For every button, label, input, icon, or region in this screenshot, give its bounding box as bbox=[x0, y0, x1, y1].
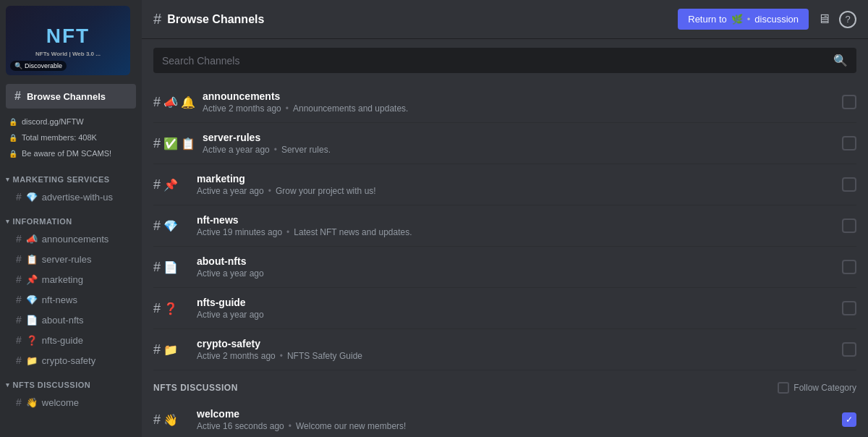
hash-icon: # bbox=[16, 233, 22, 245]
search-bar-wrapper: 🔍 bbox=[142, 39, 868, 82]
channel-badge: 📁 bbox=[163, 343, 178, 357]
channel-badge2: 🔔 bbox=[181, 96, 195, 109]
lock-icon-3: 🔒 bbox=[9, 150, 17, 158]
help-icon-button[interactable]: ? bbox=[839, 11, 856, 28]
sidebar-item-server-rules[interactable]: # 📋 server-rules bbox=[4, 250, 137, 268]
channel-checkbox[interactable] bbox=[842, 260, 856, 274]
nfts-discussion-section-header: NFTS DISCUSSION Follow Category bbox=[153, 370, 856, 399]
hash-icon: # bbox=[153, 412, 161, 428]
sidebar: NFT NFTs World | Web 3.0 ... 🔍 Discovera… bbox=[0, 0, 142, 437]
channel-name: welcome bbox=[197, 408, 835, 420]
hash-icon: # bbox=[16, 273, 22, 285]
category-information[interactable]: ▾ INFORMATION bbox=[0, 207, 142, 229]
channel-card-server-rules: # ✅ 📋 server-rules Active a year ago • S… bbox=[153, 123, 856, 164]
lock-icon: 🔒 bbox=[9, 118, 17, 126]
channel-badge: 💎 bbox=[163, 219, 178, 233]
channel-card-nft-news: # 💎 nft-news Active 19 minutes ago • Lat… bbox=[153, 205, 856, 247]
dot-separator: • bbox=[747, 14, 751, 25]
channel-name: crypto-safety bbox=[197, 338, 835, 349]
channel-icons: # 📄 bbox=[153, 260, 190, 275]
follow-category-btn[interactable]: Follow Category bbox=[778, 382, 856, 394]
chevron-down-icon-3: ▾ bbox=[6, 381, 10, 389]
channel-info: nfts-guide Active a year ago bbox=[197, 297, 835, 320]
channel-badge: 👋 bbox=[163, 413, 178, 427]
chevron-down-icon-2: ▾ bbox=[6, 218, 10, 225]
hash-icon: # bbox=[16, 396, 22, 408]
channel-name: nft-news bbox=[197, 214, 835, 226]
channel-name: marketing bbox=[197, 173, 835, 184]
channel-icons: # ❓ bbox=[153, 301, 190, 316]
channel-card-about-nfts: # 📄 about-nfts Active a year ago bbox=[153, 247, 856, 288]
channel-card-welcome: # 👋 welcome Active 16 seconds ago • Welc… bbox=[153, 399, 856, 437]
channel-icons: # 📌 bbox=[153, 177, 190, 192]
hash-icon: # bbox=[14, 90, 21, 103]
channel-checkbox[interactable] bbox=[842, 218, 856, 233]
server-banner[interactable]: NFT NFTs World | Web 3.0 ... 🔍 Discovera… bbox=[6, 6, 130, 75]
channel-name: about-nfts bbox=[197, 255, 835, 267]
channel-meta: Active a year ago bbox=[197, 310, 835, 320]
follow-category-checkbox[interactable] bbox=[778, 382, 789, 394]
page-title: Browse Channels bbox=[167, 13, 264, 26]
sidebar-item-marketing[interactable]: # 📌 marketing bbox=[4, 270, 137, 289]
hash-icon: # bbox=[153, 301, 161, 316]
channel-checkbox[interactable] bbox=[842, 177, 856, 192]
channel-checkbox-checked[interactable] bbox=[842, 412, 856, 427]
hash-icon: # bbox=[153, 136, 161, 151]
main-content: # Browse Channels Return to 🌿 • discussi… bbox=[142, 0, 868, 437]
sidebar-item-advertise[interactable]: # 💎 advertise-with-us bbox=[4, 187, 137, 206]
sidebar-info-scams: 🔒 Be aware of DM SCAMS! bbox=[0, 146, 142, 161]
sidebar-item-about-nfts[interactable]: # 📄 about-nfts bbox=[4, 310, 137, 329]
hash-icon: # bbox=[16, 334, 22, 346]
channel-badge: ✅ bbox=[163, 137, 178, 150]
channels-list: # 📣 🔔 announcements Active 2 months ago … bbox=[142, 82, 868, 437]
hash-icon: # bbox=[153, 177, 161, 192]
sidebar-item-welcome[interactable]: # 👋 welcome bbox=[4, 393, 137, 412]
channel-meta: Active a year ago • Grow your project wi… bbox=[197, 186, 835, 196]
channel-checkbox[interactable] bbox=[842, 301, 856, 315]
sidebar-item-nft-news[interactable]: # 💎 nft-news bbox=[4, 290, 137, 309]
channel-card-announcements: # 📣 🔔 announcements Active 2 months ago … bbox=[153, 82, 856, 123]
channel-icons: # 💎 bbox=[153, 218, 190, 234]
channel-info: server-rules Active a year ago • Server … bbox=[203, 132, 835, 155]
sidebar-item-nfts-guide[interactable]: # ❓ nfts-guide bbox=[4, 331, 137, 349]
channel-badge: 📌 bbox=[163, 178, 178, 192]
header-right: Return to 🌿 • discussion 🖥 ? bbox=[678, 9, 856, 30]
channel-icons: # 📣 🔔 bbox=[153, 95, 195, 110]
channel-info: welcome Active 16 seconds ago • Welcome … bbox=[197, 408, 835, 431]
channel-meta: Active a year ago • Server rules. bbox=[203, 145, 835, 155]
channel-icons: # 📁 bbox=[153, 342, 190, 357]
hash-icon: # bbox=[16, 294, 22, 305]
channel-checkbox[interactable] bbox=[842, 95, 856, 109]
channel-badge: ❓ bbox=[163, 302, 178, 315]
channel-icons: # ✅ 📋 bbox=[153, 136, 195, 151]
channel-info: nft-news Active 19 minutes ago • Latest … bbox=[197, 214, 835, 237]
search-bar: 🔍 bbox=[153, 48, 856, 73]
hash-icon: # bbox=[16, 191, 22, 203]
hash-icon: # bbox=[153, 260, 161, 275]
channel-badge2: 📋 bbox=[181, 137, 195, 150]
sidebar-info-link: 🔒 discord.gg/NFTW bbox=[0, 114, 142, 129]
channel-checkbox[interactable] bbox=[842, 136, 856, 150]
monitor-icon-button[interactable]: 🖥 bbox=[814, 9, 833, 30]
channel-icons: # 👋 bbox=[153, 412, 190, 428]
channel-meta: Active 16 seconds ago • Welcome our new … bbox=[197, 421, 835, 431]
search-input[interactable] bbox=[162, 55, 827, 67]
server-banner-text: NFT NFTs World | Web 3.0 ... bbox=[35, 23, 101, 59]
channel-info: marketing Active a year ago • Grow your … bbox=[197, 173, 835, 196]
browse-channels-sidebar-btn[interactable]: # Browse Channels bbox=[6, 84, 136, 109]
sidebar-item-announcements[interactable]: # 📣 announcements bbox=[4, 229, 137, 248]
channel-meta: Active a year ago bbox=[197, 268, 835, 279]
channel-name: announcements bbox=[203, 90, 835, 102]
sidebar-info-members: 🔒 Total members: 408K bbox=[0, 130, 142, 145]
channel-card-crypto-safety: # 📁 crypto-safety Active 2 months ago • … bbox=[153, 329, 856, 370]
sidebar-item-crypto-safety[interactable]: # 📁 crypto-safety bbox=[4, 351, 137, 370]
category-marketing-services[interactable]: ▾ MARKETING SERVICES bbox=[0, 165, 142, 187]
category-nfts-discussion[interactable]: ▾ NFTS DISCUSSION bbox=[0, 370, 142, 392]
return-to-button[interactable]: Return to 🌿 • discussion bbox=[678, 9, 809, 30]
hash-icon: # bbox=[16, 314, 22, 326]
channel-checkbox[interactable] bbox=[842, 342, 856, 357]
channel-name: server-rules bbox=[203, 132, 835, 143]
hash-icon: # bbox=[153, 218, 161, 234]
channel-badge: 📄 bbox=[163, 260, 178, 274]
discoverable-badge: 🔍 Discoverable bbox=[10, 61, 67, 71]
